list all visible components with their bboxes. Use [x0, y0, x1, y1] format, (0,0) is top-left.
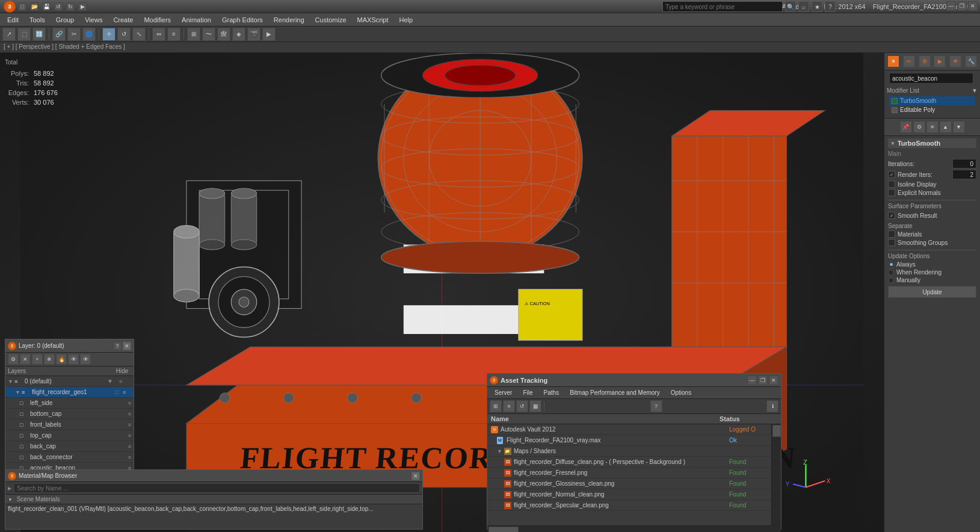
- at-h-scroll-thumb[interactable]: [488, 527, 519, 533]
- at-row-specular[interactable]: 🖼 flight_recorder_Specular_clean.png Fou…: [487, 500, 781, 511]
- align-tool[interactable]: ≡: [167, 28, 180, 41]
- layers-help-button[interactable]: ?: [113, 342, 122, 350]
- search-input[interactable]: [662, 1, 783, 12]
- help-btn[interactable]: ?: [825, 1, 836, 12]
- restore-button[interactable]: ❐: [957, 1, 967, 11]
- ts-isoline-checkbox[interactable]: [888, 181, 895, 188]
- layer-row-geo1[interactable]: ▼ ≡ flight_recorder_geo1 □ ≡: [5, 387, 134, 398]
- rp-icon-light[interactable]: ☀: [887, 55, 899, 67]
- menu-modifiers[interactable]: Modifiers: [139, 14, 176, 26]
- menu-help[interactable]: Help: [395, 14, 418, 26]
- menu-maxscript[interactable]: MAXScript: [353, 14, 393, 26]
- at-horizontal-scrollbar[interactable]: [487, 525, 781, 532]
- toolbar-quick-access[interactable]: □ 📂 💾 ↺ ↻ ▶: [18, 2, 87, 11]
- object-name-input[interactable]: [889, 73, 973, 84]
- menu-customize[interactable]: Customize: [310, 14, 351, 26]
- save-icon[interactable]: 💾: [42, 2, 51, 11]
- at-help-btn[interactable]: ?: [650, 400, 662, 412]
- layers-tb-unfreeze[interactable]: 🔥: [56, 354, 67, 365]
- mod-delete-btn[interactable]: ✕: [926, 121, 938, 133]
- at-menu-options[interactable]: Options: [666, 388, 696, 397]
- render-icon[interactable]: ▶: [78, 2, 87, 11]
- at-scroll-thumb[interactable]: [772, 425, 781, 437]
- undo-icon[interactable]: ↺: [54, 2, 63, 11]
- at-row-maxfile[interactable]: M Flight_Recorder_FA2100_vray.max Ok: [487, 435, 781, 446]
- minimize-button[interactable]: —: [946, 1, 956, 11]
- render-setup[interactable]: 🎬: [247, 28, 260, 41]
- layers-tb-settings[interactable]: ⚙: [8, 354, 19, 365]
- window-controls[interactable]: — ❐ ✕: [946, 1, 978, 11]
- at-minimize-btn[interactable]: —: [747, 376, 757, 385]
- menu-group[interactable]: Group: [51, 14, 79, 26]
- quick-render[interactable]: ▶: [262, 28, 276, 41]
- at-tb-refresh[interactable]: ↺: [516, 400, 528, 412]
- layer-row-back-connector[interactable]: □ back_connector ≡: [5, 452, 134, 463]
- asset-tracking-win-controls[interactable]: — ❐ ✕: [747, 376, 778, 385]
- schematic-view[interactable]: 🕸: [217, 28, 230, 41]
- at-row-vault[interactable]: V Autodesk Vault 2012 Logged O: [487, 424, 781, 435]
- at-close-btn[interactable]: ✕: [769, 376, 778, 385]
- layer-row-default[interactable]: ▼ ≡ 0 (default) ▼ ≡: [5, 376, 134, 387]
- ts-always-radio[interactable]: [888, 262, 894, 268]
- modifier-turbosmooth[interactable]: TurboSmooth: [889, 96, 975, 105]
- scale-tool[interactable]: ⤡: [132, 28, 146, 41]
- at-row-normal[interactable]: 🖼 flight_recorder_Normal_clean.png Found: [487, 489, 781, 500]
- menu-animation[interactable]: Animation: [177, 14, 216, 26]
- turbosmooth-header[interactable]: TurboSmooth: [888, 138, 976, 148]
- favorites-btn[interactable]: ★: [812, 1, 822, 12]
- viewport-3d[interactable]: FLIGHT RECORDER DO NOT OPEN: [0, 53, 884, 532]
- mod-pin-btn[interactable]: 📌: [900, 121, 912, 133]
- select-tool[interactable]: ↗: [2, 28, 16, 41]
- curve-editor[interactable]: 〜: [202, 28, 215, 41]
- ts-render-iters-spinner[interactable]: 2: [952, 170, 976, 179]
- close-button[interactable]: ✕: [968, 1, 978, 11]
- layers-close-button[interactable]: ✕: [123, 342, 131, 350]
- new-file-icon[interactable]: □: [18, 2, 26, 11]
- link-tool[interactable]: 🔗: [52, 28, 66, 41]
- material-search-input[interactable]: [14, 483, 420, 493]
- material-editor[interactable]: ◈: [232, 28, 245, 41]
- select-region[interactable]: ⬚: [17, 28, 31, 41]
- ts-render-iters-checkbox[interactable]: [888, 171, 895, 178]
- at-tb-table[interactable]: ▦: [529, 400, 541, 412]
- layers-tb-freeze[interactable]: ❄: [44, 354, 55, 365]
- layer-row-front-labels[interactable]: □ front_labels ≡: [5, 419, 134, 430]
- at-tb-grid[interactable]: ⊞: [490, 400, 502, 412]
- layer-row-top-cap[interactable]: □ top_cap ≡: [5, 430, 134, 441]
- layer-row-back-cap[interactable]: □ back_cap ≡: [5, 441, 134, 452]
- scene-materials-header[interactable]: ▼ Scene Materials: [5, 495, 422, 504]
- at-menu-paths[interactable]: Paths: [539, 388, 564, 397]
- ts-smoothing-groups-checkbox[interactable]: [888, 239, 895, 246]
- ts-when-rendering-radio[interactable]: [888, 270, 894, 276]
- at-menu-server[interactable]: Server: [490, 388, 517, 397]
- bind-to-spacewarp[interactable]: 🌀: [82, 28, 96, 41]
- layer-row-left-side[interactable]: □ left_side ≡: [5, 398, 134, 409]
- at-tb-list[interactable]: ≡: [503, 400, 515, 412]
- menu-edit[interactable]: Edit: [2, 14, 23, 26]
- mirror-tool[interactable]: ⇔: [152, 28, 165, 41]
- at-restore-btn[interactable]: ❐: [758, 376, 768, 385]
- redo-icon[interactable]: ↻: [66, 2, 75, 11]
- search-area[interactable]: 🔍 ⌕ ★ ?: [662, 1, 836, 12]
- rp-icon-hierarchy[interactable]: ⚙: [919, 55, 931, 67]
- select-by-name[interactable]: 🔠: [32, 28, 46, 41]
- mod-up-btn[interactable]: ▲: [940, 121, 952, 133]
- ts-update-button[interactable]: Update: [888, 286, 976, 298]
- search-ext-btn[interactable]: ⌕: [798, 1, 809, 12]
- material-entry[interactable]: flight_recorder_clean_001 (VRayMtl) [aco…: [5, 504, 422, 513]
- move-tool[interactable]: ✛: [102, 28, 116, 41]
- layer-toggle-default[interactable]: ▼: [101, 378, 119, 385]
- at-scrollbar[interactable]: [771, 424, 781, 525]
- mod-down-btn[interactable]: ▼: [953, 121, 965, 133]
- menu-tools[interactable]: Tools: [25, 14, 50, 26]
- at-info-btn[interactable]: ℹ: [766, 400, 778, 412]
- at-row-glossiness[interactable]: 🖼 flight_recorder_Glossiness_clean.png F…: [487, 478, 781, 489]
- material-close-button[interactable]: ✕: [411, 472, 420, 480]
- layers-tb-add[interactable]: +: [32, 354, 43, 365]
- at-row-fresnel[interactable]: 🖼 flight_recorder_Fresnel.png Found: [487, 468, 781, 478]
- at-menu-file[interactable]: File: [518, 388, 537, 397]
- search-button[interactable]: 🔍: [785, 1, 796, 12]
- mod-configure-btn[interactable]: ⚙: [913, 121, 925, 133]
- at-row-diffuse[interactable]: 🖼 flight_recorder_Diffuse_clean.png - ( …: [487, 457, 781, 468]
- at-menu-bitmap[interactable]: Bitmap Performance and Memory: [565, 388, 665, 397]
